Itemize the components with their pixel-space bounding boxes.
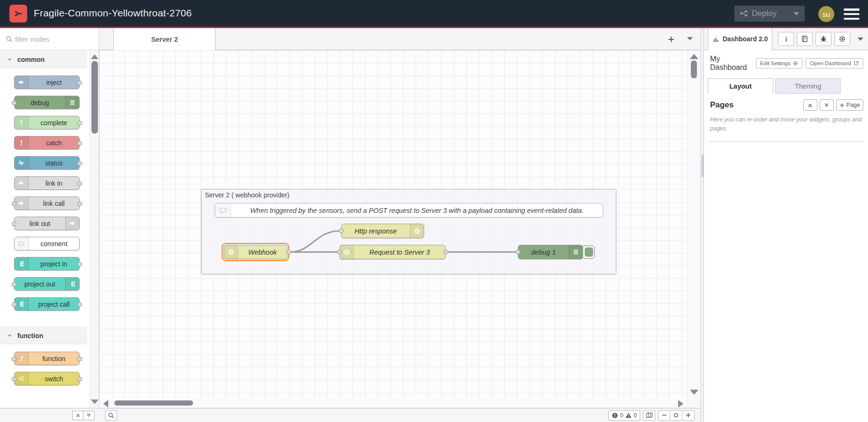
scroll-right-arrow[interactable] <box>678 400 683 407</box>
search-icon <box>6 36 13 43</box>
user-avatar[interactable]: su <box>818 6 834 22</box>
sidebar-tabs-caret-icon[interactable] <box>858 38 863 41</box>
palette-node-link-out[interactable]: link out <box>14 217 80 230</box>
debug-list-icon <box>65 96 79 109</box>
palette-node-function[interactable]: function <box>14 352 80 365</box>
palette-node-inject[interactable]: inject <box>14 75 80 89</box>
palette-node-comment[interactable]: comment <box>14 237 80 250</box>
palette-node-project-out[interactable]: project out <box>14 277 80 291</box>
output-port[interactable] <box>77 357 82 361</box>
node-request-to-server-3[interactable]: Request to Server 3 <box>339 245 446 259</box>
input-port[interactable] <box>12 202 16 206</box>
input-port[interactable] <box>12 357 16 361</box>
input-port[interactable] <box>516 250 520 254</box>
plus-icon <box>839 103 845 108</box>
config-tab-button[interactable] <box>834 32 850 46</box>
zoom-in-button[interactable] <box>682 410 695 421</box>
comment-bubble-icon <box>215 203 231 217</box>
comment-node[interactable]: When triggered by the sensors, send a PO… <box>215 203 603 218</box>
edit-settings-button[interactable]: Edit Settings <box>756 58 803 68</box>
input-port[interactable] <box>337 250 342 254</box>
input-port[interactable] <box>12 222 16 226</box>
comment-bubble-icon <box>15 237 29 250</box>
scroll-left-arrow[interactable] <box>103 400 108 407</box>
palette-node-project-in[interactable]: project in <box>14 257 80 271</box>
output-port[interactable] <box>77 141 82 145</box>
palette-scrollbar-thumb[interactable] <box>91 61 98 134</box>
output-port[interactable] <box>286 250 291 254</box>
zoom-reset-button[interactable] <box>670 410 682 421</box>
search-icon <box>108 412 114 419</box>
scroll-up-arrow[interactable] <box>91 54 98 59</box>
node-webhook[interactable]: Webhook <box>224 245 287 259</box>
output-port[interactable] <box>77 81 82 85</box>
gear-icon <box>838 35 846 43</box>
palette-node-project-call[interactable]: project call <box>14 297 80 311</box>
palette-node-link-call[interactable]: link call <box>14 196 80 210</box>
input-port[interactable] <box>12 377 16 381</box>
error-icon <box>612 412 618 419</box>
move-page-up-button[interactable] <box>803 99 817 111</box>
palette-node-debug[interactable]: debug <box>14 96 80 109</box>
category-common[interactable]: common <box>0 51 87 68</box>
collapse-all-button[interactable] <box>72 411 83 420</box>
palette-node-status[interactable]: status <box>14 156 80 170</box>
horizontal-scrollbar-thumb[interactable] <box>114 400 193 406</box>
scroll-down-arrow[interactable] <box>690 390 698 395</box>
output-port[interactable] <box>77 377 82 381</box>
palette-filter-input[interactable] <box>15 32 90 46</box>
move-page-down-button[interactable] <box>820 99 834 111</box>
wire-webhook-to-http-response[interactable] <box>291 231 340 252</box>
input-port[interactable] <box>12 282 16 286</box>
flow-tab-server-2[interactable]: Server 2 <box>113 28 216 50</box>
tab-dashboard-2[interactable]: Dashboard 2.0 <box>708 28 772 50</box>
deploy-button[interactable]: Deploy <box>734 6 805 22</box>
debug-enable-toggle[interactable] <box>582 245 595 259</box>
horizontal-scrollbar <box>99 399 687 408</box>
output-port[interactable] <box>77 202 82 206</box>
flow-canvas[interactable]: Server 2 ( webhook provider) When trigge… <box>99 50 700 408</box>
node-http-response[interactable]: Http response <box>341 224 424 238</box>
palette-node-link-in[interactable]: link in <box>14 176 80 190</box>
input-port[interactable] <box>12 101 16 105</box>
output-port[interactable] <box>77 181 82 186</box>
flow-list-caret-icon[interactable] <box>687 37 693 42</box>
info-tab-button[interactable] <box>778 32 794 46</box>
output-port[interactable] <box>77 302 82 307</box>
palette-node-complete[interactable]: complete <box>14 116 80 129</box>
chevron-down-icon <box>7 56 13 62</box>
palette-node-catch[interactable]: catch <box>14 136 80 150</box>
tab-theming[interactable]: Theming <box>775 78 841 94</box>
search-flows-button[interactable] <box>105 410 117 421</box>
main-menu-button[interactable] <box>844 8 860 21</box>
palette-node-switch[interactable]: switch <box>14 372 80 385</box>
expand-all-button[interactable] <box>83 411 95 420</box>
pulse-icon <box>15 157 29 169</box>
notification-counts[interactable]: 0 0 <box>608 410 640 421</box>
output-port[interactable] <box>443 250 448 254</box>
vertical-scrollbar-thumb[interactable] <box>691 60 697 78</box>
output-port[interactable] <box>77 262 82 266</box>
sidebar-splitter[interactable] <box>700 28 704 422</box>
tab-layout[interactable]: Layout <box>708 78 773 94</box>
add-flow-button[interactable] <box>667 36 675 43</box>
output-port[interactable] <box>77 121 82 125</box>
info-icon <box>783 36 790 43</box>
scroll-down-arrow[interactable] <box>91 399 98 404</box>
help-tab-button[interactable] <box>797 32 813 46</box>
double-chevron-up-icon <box>807 102 813 108</box>
input-port[interactable] <box>12 302 16 307</box>
navigator-button[interactable] <box>643 410 655 421</box>
scroll-up-arrow[interactable] <box>690 54 698 59</box>
output-port[interactable] <box>77 161 82 166</box>
deploy-dropdown-caret-icon[interactable] <box>793 12 799 15</box>
node-debug-1[interactable]: debug 1 <box>518 245 583 259</box>
zoom-out-button[interactable] <box>658 410 670 421</box>
open-dashboard-button[interactable]: Open Dashboard <box>806 58 863 68</box>
input-port[interactable] <box>339 229 344 233</box>
debug-tab-button[interactable] <box>816 32 831 46</box>
palette-footer <box>0 408 99 422</box>
add-page-button[interactable]: Page <box>836 99 863 111</box>
category-function[interactable]: function <box>0 327 87 344</box>
zoom-controls <box>658 410 695 421</box>
